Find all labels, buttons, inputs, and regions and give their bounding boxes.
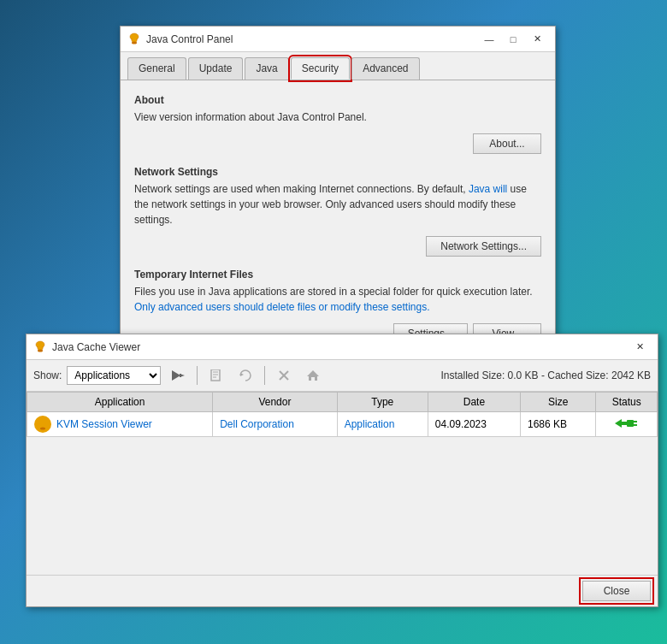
svg-point-3 <box>38 349 43 352</box>
about-title: About <box>134 94 541 106</box>
cache-info-text: Installed Size: 0.0 KB - Cached Size: 20… <box>441 369 651 381</box>
date-cell: 04.09.2023 <box>428 412 520 437</box>
size-cell: 1686 KB <box>520 412 595 437</box>
about-desc: View version information about Java Cont… <box>134 109 541 125</box>
table-header-row: Application Vendor Type Date Size Status <box>27 393 658 412</box>
toolbar-sep-2 <box>264 366 265 385</box>
java-cache-viewer-window: Java Cache Viewer ✕ Show: Applications A… <box>26 334 658 607</box>
network-settings-desc: Network settings are used when making In… <box>134 181 541 227</box>
vendor-name: Dell Corporation <box>220 418 294 430</box>
tab-general[interactable]: General <box>127 57 186 80</box>
svg-rect-20 <box>634 421 637 422</box>
cache-toolbar: Show: Applications Applets Resources <box>27 360 658 392</box>
network-settings-section: Network Settings Network settings are us… <box>134 166 541 257</box>
temp-files-section: Temporary Internet Files Files you use i… <box>134 269 541 344</box>
col-size: Size <box>520 393 595 412</box>
cache-viewer-icon <box>33 340 47 354</box>
col-type: Type <box>337 393 428 412</box>
app-icon <box>34 416 51 433</box>
java-control-panel-icon <box>127 32 141 46</box>
app-name[interactable]: KVM Session Viewer <box>56 418 152 430</box>
about-button[interactable]: About... <box>473 133 541 154</box>
tabs-bar: General Update Java Security Advanced <box>121 52 555 80</box>
col-status: Status <box>596 393 658 412</box>
show-label: Show: <box>33 369 62 381</box>
svg-point-1 <box>132 41 137 44</box>
network-settings-btn-row: Network Settings... <box>134 236 541 257</box>
svg-marker-11 <box>240 373 244 376</box>
home-button[interactable] <box>301 365 325 386</box>
cache-close-button[interactable]: ✕ <box>629 338 651 357</box>
type-cell: Application <box>337 412 428 437</box>
only-advanced-link: Only advanced users should delete files … <box>134 301 430 313</box>
app-cell: KVM Session Viewer <box>27 412 213 437</box>
close-button[interactable]: ✕ <box>526 30 548 49</box>
delete-button[interactable] <box>272 365 296 386</box>
toolbar-sep-1 <box>197 366 198 385</box>
table-row[interactable]: KVM Session Viewer Dell Corporation Appl… <box>27 412 658 437</box>
about-btn-row: About... <box>134 133 541 154</box>
temp-files-title: Temporary Internet Files <box>134 269 541 281</box>
cache-viewer-inner: Show: Applications Applets Resources <box>27 360 658 606</box>
cache-viewer-title: Java Cache Viewer <box>52 341 629 353</box>
cache-bottom-bar: Close <box>27 575 658 606</box>
minimize-button[interactable]: — <box>478 30 500 49</box>
app-type: Application <box>345 418 395 430</box>
tab-update[interactable]: Update <box>188 57 244 80</box>
document-button[interactable] <box>204 365 228 386</box>
titlebar-controls: — □ ✕ <box>478 30 548 49</box>
about-section: About View version information about Jav… <box>134 94 541 154</box>
svg-marker-17 <box>615 419 622 428</box>
status-cell <box>596 412 658 437</box>
network-settings-title: Network Settings <box>134 166 541 178</box>
close-cache-viewer-button[interactable]: Close <box>582 581 651 601</box>
java-control-panel-title: Java Control Panel <box>146 33 478 45</box>
network-settings-button[interactable]: Network Settings... <box>426 236 541 257</box>
status-icon <box>615 417 639 430</box>
col-application: Application <box>27 393 213 412</box>
maximize-button[interactable]: □ <box>502 30 524 49</box>
tab-java[interactable]: Java <box>245 57 288 80</box>
cache-viewer-titlebar: Java Cache Viewer ✕ <box>27 334 658 360</box>
refresh-button[interactable] <box>233 365 257 386</box>
cache-table: Application Vendor Type Date Size Status <box>27 392 658 437</box>
svg-marker-14 <box>307 370 319 381</box>
tab-security[interactable]: Security <box>291 57 350 80</box>
col-vendor: Vendor <box>213 393 337 412</box>
svg-marker-6 <box>180 374 185 377</box>
cache-titlebar-controls: ✕ <box>629 338 651 357</box>
svg-rect-19 <box>627 420 634 427</box>
play-button[interactable] <box>166 365 190 386</box>
java-control-panel-titlebar: Java Control Panel — □ ✕ <box>121 27 555 52</box>
svg-point-16 <box>40 428 45 430</box>
col-date: Date <box>428 393 520 412</box>
svg-rect-21 <box>634 424 637 426</box>
tab-advanced[interactable]: Advanced <box>351 57 419 80</box>
java-link-text: Java will <box>469 183 507 195</box>
svg-rect-18 <box>621 422 628 425</box>
vendor-cell: Dell Corporation <box>213 412 337 437</box>
show-select[interactable]: Applications Applets Resources <box>67 366 161 385</box>
temp-files-desc: Files you use in Java applications are s… <box>134 284 541 315</box>
